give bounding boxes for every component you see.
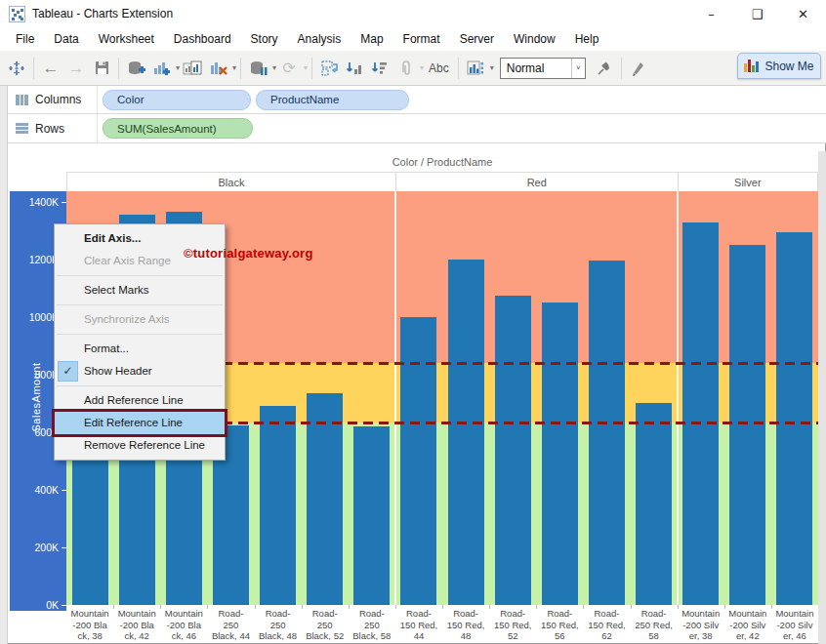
column-field-header: Color / ProductName <box>66 151 818 173</box>
x-axis-label: Road-250Black, 44 <box>207 608 254 644</box>
menu-file[interactable]: File <box>6 27 44 51</box>
back-icon[interactable]: ← <box>39 56 62 81</box>
pause-updates-caret[interactable]: ▾ <box>272 63 276 72</box>
menu-story[interactable]: Story <box>241 27 288 51</box>
sort-descending-icon[interactable] <box>368 56 392 81</box>
rows-icon <box>16 123 28 134</box>
group-members-icon[interactable] <box>393 56 417 81</box>
pill-color[interactable]: Color <box>103 90 251 110</box>
y-tick-label: 0K <box>46 599 59 611</box>
add-data-source-icon[interactable] <box>124 56 147 81</box>
save-icon[interactable] <box>90 56 113 81</box>
clear-sheet-caret[interactable]: ▾ <box>232 63 236 72</box>
y-tick-mark <box>62 547 66 548</box>
menu-item-add-reference-line[interactable]: Add Reference Line <box>55 389 225 412</box>
x-axis-label: Road-150 Red,62 <box>583 608 630 644</box>
menu-separator <box>57 334 223 335</box>
fit-selector-value: Normal <box>501 61 569 75</box>
menu-separator <box>57 275 223 276</box>
x-tick-mark <box>771 605 772 609</box>
fit-selector[interactable]: Normal ˅ <box>500 58 586 79</box>
highlight-icon[interactable] <box>627 56 650 81</box>
maximize-button[interactable]: ❑ <box>734 0 780 27</box>
bar[interactable] <box>542 302 578 605</box>
menu-window[interactable]: Window <box>504 27 565 51</box>
show-mark-labels-button[interactable]: Abc <box>425 56 453 81</box>
checkmark-icon: ✓ <box>58 361 78 382</box>
group-header-silver[interactable]: Silver <box>678 173 818 191</box>
menu-map[interactable]: Map <box>351 27 392 51</box>
left-pane-gutter <box>0 86 8 644</box>
menu-help[interactable]: Help <box>565 27 609 51</box>
group-header-red[interactable]: Red <box>395 173 678 191</box>
forward-icon[interactable]: → <box>64 56 88 81</box>
watermark: ©tutorialgateway.org <box>184 246 313 261</box>
x-axis-label: Mountain-200 Black, 38 <box>66 608 113 644</box>
x-tick-mark <box>395 605 396 609</box>
menu-dashboard[interactable]: Dashboard <box>164 27 241 51</box>
y-tick-label: 400K <box>34 484 59 496</box>
fit-selector-chevron-icon[interactable]: ˅ <box>571 59 585 78</box>
x-tick-mark <box>349 605 350 609</box>
close-button[interactable]: ✕ <box>780 0 826 27</box>
run-updates-icon[interactable]: ⟳ <box>277 56 301 81</box>
x-tick-mark <box>113 605 114 609</box>
bar[interactable] <box>353 426 390 605</box>
x-tick-mark <box>160 605 161 609</box>
bar[interactable] <box>260 406 296 605</box>
x-tick-mark <box>536 605 537 609</box>
menu-server[interactable]: Server <box>450 27 504 51</box>
bar[interactable] <box>448 260 484 605</box>
bar[interactable] <box>729 245 765 605</box>
x-axis-label: Mountain-200 Silver, 42 <box>724 608 771 644</box>
menu-item-show-header[interactable]: Show Header✓ <box>55 360 225 382</box>
tableau-logo-icon[interactable] <box>5 56 28 81</box>
run-updates-caret[interactable]: ▾ <box>304 63 308 72</box>
group-members-caret[interactable]: ▾ <box>420 63 424 72</box>
labels-chart-icon[interactable] <box>464 56 487 81</box>
columns-shelf: Columns ColorProductName <box>8 86 826 114</box>
x-axis-labels: Mountain-200 Black, 38Mountain-200 Black… <box>66 605 818 644</box>
duplicate-sheet-icon[interactable] <box>181 56 204 81</box>
pause-updates-icon[interactable] <box>246 56 269 81</box>
y-tick-label: 1400K <box>29 196 59 208</box>
x-axis-label: Road-150 Red,48 <box>442 608 489 644</box>
menu-worksheet[interactable]: Worksheet <box>89 27 164 51</box>
minimize-button[interactable]: – <box>688 0 734 27</box>
sort-ascending-icon[interactable] <box>343 56 366 81</box>
menu-analysis[interactable]: Analysis <box>288 27 351 51</box>
title-bar: Tableau - Charts Extension – ❑ ✕ <box>0 0 826 27</box>
group-header-black[interactable]: Black <box>66 173 395 191</box>
fix-axes-pin-icon[interactable] <box>593 56 616 81</box>
x-tick-mark <box>631 605 632 609</box>
bar[interactable] <box>636 403 672 605</box>
swap-rows-columns-icon[interactable] <box>317 56 341 81</box>
bar[interactable] <box>400 317 436 605</box>
y-tick-label: 200K <box>34 542 59 553</box>
menu-format[interactable]: Format <box>393 27 450 51</box>
show-me-button[interactable]: Show Me <box>737 53 821 79</box>
clear-sheet-icon[interactable] <box>206 56 229 81</box>
pill-productname[interactable]: ProductName <box>256 90 409 110</box>
menu-item-select-marks[interactable]: Select Marks <box>55 279 225 302</box>
bar[interactable] <box>495 296 531 605</box>
new-worksheet-icon[interactable] <box>149 56 173 81</box>
pill-sum-salesamount[interactable]: SUM(SalesAmount) <box>103 118 253 139</box>
menu-item-format[interactable]: Format... <box>55 338 225 360</box>
bar[interactable] <box>682 222 719 605</box>
bar[interactable] <box>307 393 343 605</box>
x-axis-label: Road-250Black, 52 <box>302 608 349 644</box>
bar[interactable] <box>589 261 625 605</box>
window-title: Tableau - Charts Extension <box>32 7 173 20</box>
x-axis-label: Mountain-200 Black, 46 <box>160 608 207 644</box>
bar[interactable] <box>776 232 812 605</box>
x-tick-mark <box>724 605 725 609</box>
menu-item-remove-reference-line[interactable]: Remove Reference Line <box>55 434 225 457</box>
labels-chart-caret[interactable]: ▾ <box>490 63 494 72</box>
new-worksheet-caret[interactable]: ▾ <box>176 63 180 72</box>
menu-item-edit-reference-line[interactable]: Edit Reference Line <box>55 412 225 434</box>
x-axis-label: Road-250 Red,58 <box>631 608 678 644</box>
menu-data[interactable]: Data <box>44 27 88 51</box>
columns-shelf-label: Columns <box>35 93 81 106</box>
rows-shelf: Rows SUM(SalesAmount) <box>8 114 826 143</box>
